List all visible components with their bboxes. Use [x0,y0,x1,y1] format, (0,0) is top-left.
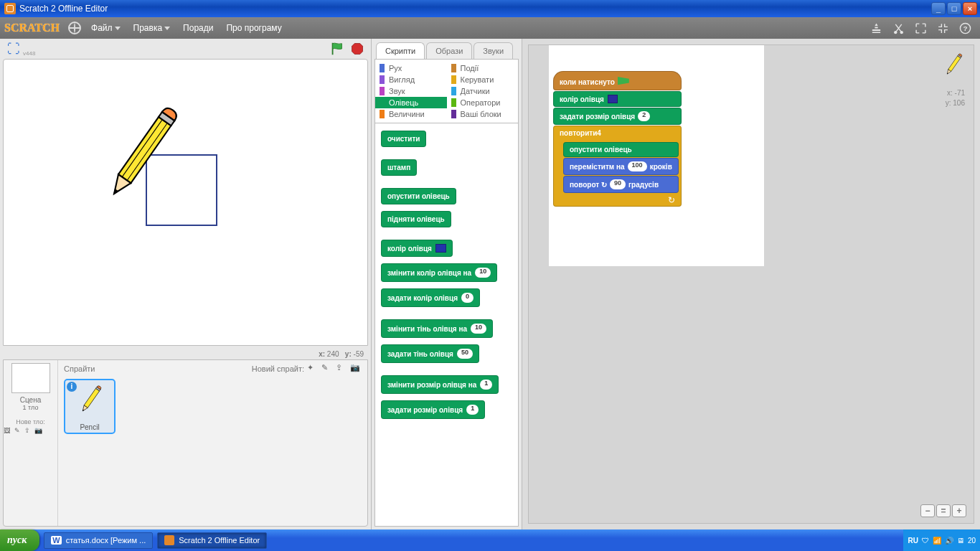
scissors-tool-icon[interactable] [892,22,905,34]
stop-button[interactable] [351,42,364,55]
cat-more[interactable]: Ваші блоки [447,108,519,120]
sprite-upload-icon[interactable]: ⇪ [336,363,347,375]
taskbar-item-word[interactable]: W статья.docx [Режим ... [44,532,153,549]
svg-rect-11 [948,56,961,72]
stage-mouse-coords: x: 240 y: -59 [0,349,371,359]
blk-changeshade[interactable]: змінити тінь олівця на10 [381,319,493,338]
tab-sounds[interactable]: Звуки [473,42,513,59]
blk-changecolor[interactable]: змінити колір олівця на10 [381,263,497,282]
svg-point-1 [900,31,903,34]
stage[interactable] [3,59,368,346]
script-stack[interactable]: коли натиснуто колір олівця задати розмі… [553,71,682,207]
tray-volume-icon[interactable]: 🔊 [945,537,953,545]
green-flag-button[interactable] [329,41,345,57]
backdrop-camera-icon[interactable]: 📷 [34,427,42,434]
stage-thumb-label: Сцена [4,396,57,404]
blk-pencolor[interactable]: колір олівця [381,240,453,257]
tab-scripts[interactable]: Скрипти [376,42,425,59]
blk-pen-down-inner[interactable]: опустити олівець [563,142,679,157]
tab-costumes[interactable]: Образи [426,42,472,59]
svg-rect-5 [118,117,171,183]
pencil-sprite-on-stage[interactable] [91,99,184,221]
backdrop-upload-icon[interactable]: ⇪ [24,427,30,434]
sprite-tile-name: Pencil [65,423,114,431]
blk-penup[interactable]: підняти олівець [381,211,451,227]
cat-looks[interactable]: Вигляд [375,74,447,85]
svg-marker-4 [352,44,363,55]
backdrop-from-library-icon[interactable]: 🖼 [4,427,10,434]
sprite-xy-readout: x: -71 y: 106 [946,88,965,108]
cat-sound[interactable]: Звук [375,85,447,97]
cat-control[interactable]: Керувати [447,74,519,85]
taskbar-item-scratch[interactable]: Scratch 2 Offline Editor [157,532,267,549]
zoom-out-button[interactable]: − [920,504,935,517]
window-close-button[interactable]: × [963,2,977,15]
pencil-sprite-thumb [75,383,104,419]
blk-pendown[interactable]: опустити олівець [381,188,456,204]
blk-set-pen-color[interactable]: колір олівця [553,91,682,107]
window-title: Scratch 2 Offline Editor [19,4,930,14]
sprites-header: Спрайти [64,364,95,373]
new-sprite-label: Новий спрайт: [252,364,304,373]
cat-events[interactable]: Події [447,62,519,74]
sprite-from-library-icon[interactable]: ✦ [307,363,319,375]
sprite-paint-icon[interactable]: ✎ [321,363,333,375]
blk-stamp[interactable]: штамп [381,159,417,176]
svg-point-0 [894,31,897,34]
stage-fullscreen-icon[interactable]: ⛶ [7,42,20,57]
menu-edit[interactable]: Правка [133,23,171,33]
cat-operators[interactable]: Оператори [447,97,519,108]
blk-changesize[interactable]: змінити розмір олівця на1 [381,375,499,394]
scripts-canvas[interactable]: x: -71 y: 106 коли натиснуто колір олівц… [528,44,974,524]
new-backdrop-label: Нове тло: [4,418,57,425]
svg-rect-9 [84,388,100,408]
menu-about[interactable]: Про програму [226,23,281,33]
blk-clear[interactable]: очистити [381,131,426,147]
blk-setshade[interactable]: задати тінь олівця50 [381,344,479,363]
cat-motion[interactable]: Рух [375,62,447,74]
stage-thumbnail[interactable] [11,363,50,393]
tray-clock: 20 [968,537,976,545]
language-globe-icon[interactable] [68,22,81,34]
current-sprite-icon [942,51,963,81]
help-tool-icon[interactable]: ? [959,22,971,34]
window-minimize-button[interactable]: _ [931,2,946,15]
svg-text:?: ? [963,24,967,32]
scratch-menubar: SCRATCH Файл Правка Поради Про програму … [0,17,980,39]
cat-data[interactable]: Величини [375,108,447,120]
cat-pen[interactable]: Олівець [375,97,447,108]
app-icon [4,3,16,14]
menu-tips[interactable]: Поради [183,23,213,33]
menu-file[interactable]: Файл [91,23,121,33]
grow-tool-icon[interactable] [915,22,927,34]
blk-turn-degrees[interactable]: поворот ↻90градусів [563,176,679,193]
taskbar: пуск W статья.docx [Режим ... Scratch 2 … [0,529,980,551]
cat-sensing[interactable]: Датчики [447,85,519,97]
block-category-grid: Рух Події Вигляд Керувати Звук Датчики О… [374,59,519,123]
blk-when-flag-clicked[interactable]: коли натиснуто [553,71,682,90]
stage-backdrop-count: 1 тло [4,404,57,411]
backdrop-paint-icon[interactable]: ✎ [14,427,20,434]
tray-network-icon[interactable]: 📶 [933,537,941,545]
start-button[interactable]: пуск [0,529,39,551]
sprite-info-button[interactable]: i [67,382,77,392]
tray-shield-icon[interactable]: 🛡 [922,537,929,545]
block-palette: очистити штамп опустити олівець підняти … [374,123,519,527]
blk-set-pen-size[interactable]: задати розмір олівця2 [553,108,682,125]
tray-monitor-icon[interactable]: 🖥 [957,537,964,545]
zoom-in-button[interactable]: + [952,504,966,517]
tray-language[interactable]: RU [908,537,918,545]
blk-setsize[interactable]: задати розмір олівця1 [381,400,485,419]
scratch-logo: SCRATCH [4,22,60,34]
window-titlebar: Scratch 2 Offline Editor _ □ × [0,0,980,17]
window-maximize-button[interactable]: □ [947,2,961,15]
stamp-tool-icon[interactable] [870,22,882,34]
blk-repeat[interactable]: повторити4 опустити олівець переміститм … [553,126,682,207]
sprite-camera-icon[interactable]: 📷 [350,363,362,375]
system-tray[interactable]: RU 🛡 📶 🔊 🖥 20 [903,529,980,551]
blk-move-steps[interactable]: переміститм на100кроків [563,158,679,175]
sprite-tile-pencil[interactable]: i Pencil [64,379,116,434]
zoom-reset-button[interactable]: = [936,504,951,517]
blk-setcolor[interactable]: задати колір олівця0 [381,288,480,307]
shrink-tool-icon[interactable] [937,22,949,34]
